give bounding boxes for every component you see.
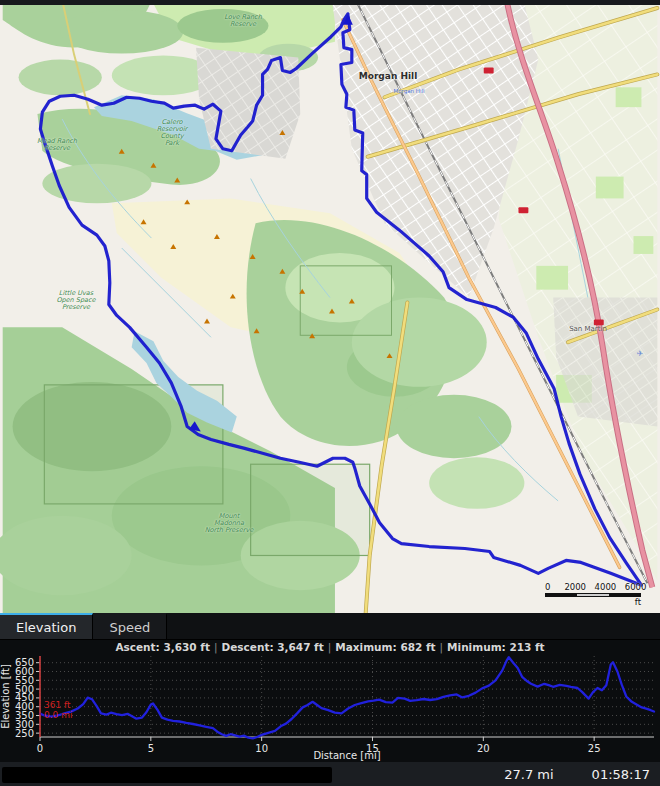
scale-bar-segments	[545, 593, 641, 597]
stat-separator: |	[436, 641, 448, 653]
stat-descent: Descent: 3,647 ft	[221, 641, 323, 653]
svg-text:10: 10	[255, 743, 268, 754]
elevation-graph-panel[interactable]: Ascent: 3,630 ft|Descent: 3,647 ft|Maxim…	[0, 640, 660, 762]
graph-info: Ascent: 3,630 ft|Descent: 3,647 ft|Maxim…	[0, 641, 660, 653]
tab-elevation[interactable]: Elevation	[0, 613, 93, 639]
stat-minimum: Minimum: 213 ft	[447, 641, 545, 653]
scale-tick-label: 0	[545, 582, 550, 592]
stat-ascent: Ascent: 3,630 ft	[115, 641, 210, 653]
svg-text:5: 5	[148, 743, 154, 754]
total-distance: 27.7 mi	[504, 767, 553, 782]
stat-maximum: Maximum: 682 ft	[335, 641, 435, 653]
scale-tick-label: 2000	[564, 582, 586, 592]
status-bar: 27.7 mi 01:58:17	[0, 762, 660, 786]
graph-tab-bar: ElevationSpeed	[0, 613, 660, 640]
svg-text:Elevation [ft]: Elevation [ft]	[0, 664, 11, 729]
svg-text:Distance [mi]: Distance [mi]	[313, 750, 380, 761]
elevation-chart[interactable]: 0510152025250300350400450500550600650Dis…	[0, 640, 660, 762]
scale-tick-label: 6000	[625, 582, 647, 592]
scale-tick-label: 4000	[595, 582, 617, 592]
svg-text:20: 20	[477, 743, 490, 754]
tab-speed[interactable]: Speed	[93, 613, 167, 639]
stat-separator: |	[324, 641, 336, 653]
svg-text:650: 650	[15, 657, 34, 668]
map-canvas	[0, 5, 660, 613]
svg-text:25: 25	[588, 743, 601, 754]
svg-text:0.0 mi: 0.0 mi	[44, 710, 72, 720]
svg-text:0: 0	[37, 743, 43, 754]
gpx-viewer-window: Morgan HillMorgan HillLove Ranch Reserve…	[0, 0, 660, 786]
airport-icon: ✈	[637, 349, 644, 358]
stat-separator: |	[210, 641, 222, 653]
total-time: 01:58:17	[592, 767, 650, 782]
svg-text:361 ft: 361 ft	[44, 700, 71, 710]
map-scale-bar: 0200040006000 ft	[545, 582, 641, 607]
status-message-area	[2, 767, 332, 783]
scale-unit: ft	[545, 597, 641, 607]
map[interactable]: Morgan HillMorgan HillLove Ranch Reserve…	[0, 5, 660, 613]
